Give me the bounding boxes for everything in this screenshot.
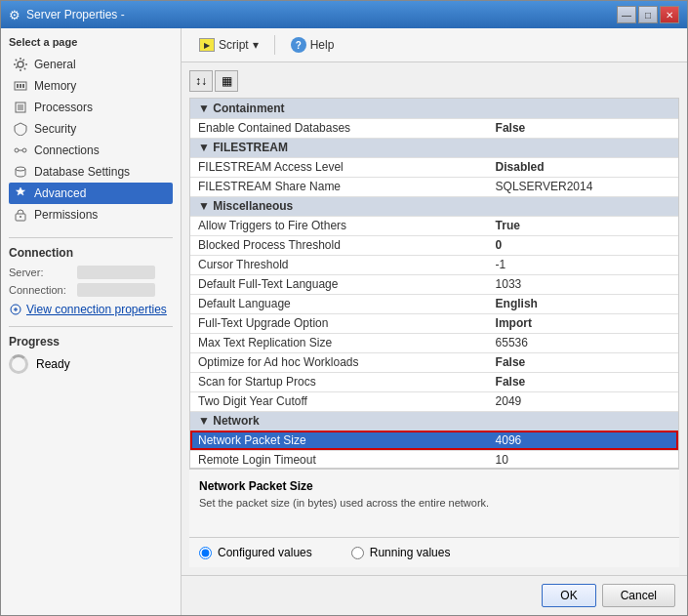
sidebar-header: Select a page [9, 36, 173, 48]
titlebar-icon: ⚙ [9, 8, 20, 22]
radio-configured[interactable]: Configured values [199, 546, 312, 559]
prop-name: FILESTREAM Share Name [190, 177, 488, 196]
server-value [77, 266, 155, 279]
view-connection-properties-link[interactable]: View connection properties [9, 303, 173, 316]
section-network: ▼ Network [190, 411, 678, 431]
table-row[interactable]: Allow Triggers to Fire Others True [190, 216, 678, 235]
sidebar-label-processors: Processors [34, 101, 93, 114]
grid-icon: ▦ [222, 74, 232, 88]
radio-running[interactable]: Running values [351, 546, 451, 559]
connection-label: Connection: [9, 284, 77, 296]
prop-name: Two Digit Year Cutoff [190, 391, 488, 411]
sidebar-item-database-settings[interactable]: Database Settings [9, 161, 173, 183]
prop-value: 2049 [488, 391, 678, 411]
server-properties-window: ⚙ Server Properties - — □ ✕ Select a pag… [0, 0, 688, 616]
table-row[interactable]: Cursor Threshold -1 [190, 255, 678, 274]
close-button[interactable]: ✕ [660, 6, 679, 23]
sidebar-item-processors[interactable]: Processors [9, 97, 173, 118]
prop-name: Default Full-Text Language [190, 274, 488, 294]
prop-value: 0 [488, 235, 678, 255]
server-row: Server: [9, 266, 173, 279]
section-name-network: Network [213, 414, 259, 428]
sidebar-item-advanced[interactable]: Advanced [9, 183, 173, 204]
prop-value: 10 [488, 450, 678, 469]
section-miscellaneous: ▼ Miscellaneous [190, 196, 678, 216]
database-icon [13, 164, 28, 180]
progress-title: Progress [9, 335, 173, 349]
prop-name: Max Text Replication Size [190, 333, 488, 352]
table-row[interactable]: Two Digit Year Cutoff 2049 [190, 391, 678, 411]
section-name-containment: Containment [213, 102, 284, 115]
memory-icon [13, 78, 28, 94]
svg-rect-6 [18, 104, 23, 110]
prop-value: 1033 [488, 274, 678, 294]
maximize-button[interactable]: □ [638, 6, 658, 23]
prop-value: False [488, 352, 678, 372]
connection-section: Connection Server: Connection: View conn… [9, 237, 173, 316]
cpu-icon [13, 100, 28, 115]
sidebar-item-connections[interactable]: Connections [9, 140, 173, 161]
ok-button[interactable]: OK [542, 584, 595, 607]
sort-icon: ↕↓ [195, 74, 207, 88]
radio-area: Configured values Running values [189, 537, 679, 567]
progress-status: Ready [36, 357, 70, 371]
table-row[interactable]: Blocked Process Threshold 0 [190, 235, 678, 255]
table-row[interactable]: FILESTREAM Share Name SQLSERVER2014 [190, 177, 678, 196]
table-row[interactable]: FILESTREAM Access Level Disabled [190, 157, 678, 177]
sidebar-item-security[interactable]: Security [9, 118, 173, 140]
properties-table-container[interactable]: ▼ Containment Enable Contained Databases… [189, 98, 679, 469]
prop-name: Allow Triggers to Fire Others [190, 216, 488, 235]
prop-value: 65536 [488, 333, 678, 352]
window-title: Server Properties - [26, 8, 125, 21]
titlebar: ⚙ Server Properties - — □ ✕ [1, 1, 687, 28]
minimize-button[interactable]: — [617, 6, 636, 23]
script-icon: ▶ [199, 38, 215, 52]
sort-button[interactable]: ↕↓ [189, 70, 213, 92]
prop-value: Disabled [488, 157, 678, 177]
sidebar-item-memory[interactable]: Memory [9, 75, 173, 97]
advanced-icon [13, 185, 28, 201]
progress-section: Progress Ready [9, 326, 173, 374]
help-button[interactable]: ? Help [283, 34, 343, 56]
sidebar-label-database-settings: Database Settings [34, 165, 130, 179]
table-row[interactable]: Max Text Replication Size 65536 [190, 333, 678, 352]
grid-button[interactable]: ▦ [215, 70, 238, 92]
prop-value: False [488, 118, 678, 138]
server-label: Server: [9, 267, 77, 278]
prop-value-network-packet-size: 4096 [488, 431, 678, 450]
description-text: Set the packet size (in bytes) used acro… [199, 497, 669, 509]
prop-value: English [488, 294, 678, 313]
configured-radio[interactable] [199, 547, 212, 559]
table-row[interactable]: Optimize for Ad hoc Workloads False [190, 352, 678, 372]
table-row[interactable]: Enable Contained Databases False [190, 118, 678, 138]
prop-name: Scan for Startup Procs [190, 372, 488, 391]
sidebar-label-connections: Connections [34, 144, 100, 157]
sidebar-item-general[interactable]: General [9, 54, 173, 75]
running-radio[interactable] [351, 547, 364, 559]
section-filestream: ▼ FILESTREAM [190, 138, 678, 157]
section-containment: ▼ Containment [190, 99, 678, 118]
properties-table: ▼ Containment Enable Contained Databases… [190, 99, 678, 469]
gear-icon [13, 57, 28, 72]
prop-name: Cursor Threshold [190, 255, 488, 274]
table-row[interactable]: Remote Login Timeout 10 [190, 450, 678, 469]
connection-row: Connection: [9, 283, 173, 297]
table-row[interactable]: Scan for Startup Procs False [190, 372, 678, 391]
svg-rect-2 [17, 84, 19, 88]
prop-name: Remote Login Timeout [190, 450, 488, 469]
table-row-network-packet-size[interactable]: Network Packet Size 4096 [190, 431, 678, 450]
cancel-button[interactable]: Cancel [602, 584, 675, 607]
svg-rect-3 [20, 84, 21, 88]
connections-icon [13, 143, 28, 158]
table-row[interactable]: Full-Text Upgrade Option Import [190, 313, 678, 333]
collapse-icon: ▼ [198, 102, 213, 115]
script-button[interactable]: ▶ Script ▾ [191, 35, 266, 55]
help-label: Help [310, 38, 335, 52]
table-row[interactable]: Default Full-Text Language 1033 [190, 274, 678, 294]
svg-point-7 [15, 148, 19, 152]
sidebar-item-permissions[interactable]: Permissions [9, 204, 173, 226]
table-row[interactable]: Default Language English [190, 294, 678, 313]
connection-value [77, 283, 155, 297]
prop-name: Optimize for Ad hoc Workloads [190, 352, 488, 372]
svg-rect-4 [22, 84, 24, 88]
